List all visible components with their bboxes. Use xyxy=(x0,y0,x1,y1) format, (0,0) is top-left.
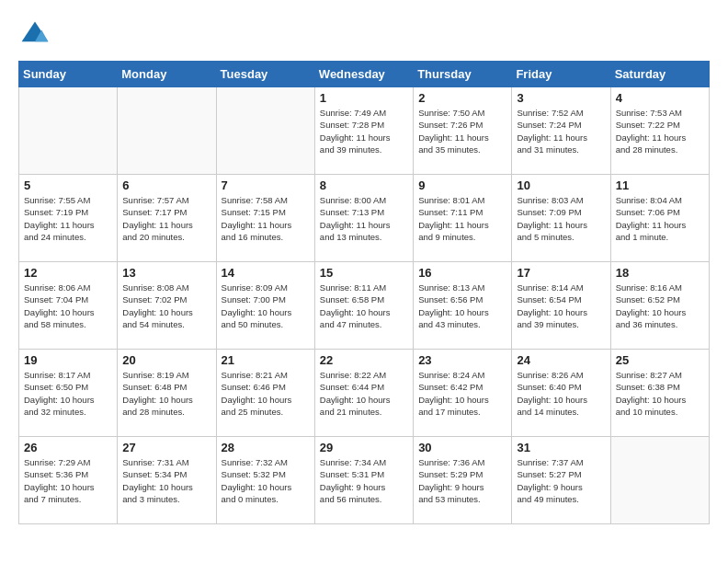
calendar-cell: 17Sunrise: 8:14 AM Sunset: 6:54 PM Dayli… xyxy=(512,262,610,350)
day-number: 10 xyxy=(517,178,605,192)
day-number: 22 xyxy=(320,353,408,367)
day-info: Sunrise: 8:19 AM Sunset: 6:48 PM Dayligh… xyxy=(122,369,210,418)
day-number: 31 xyxy=(517,441,605,454)
day-info: Sunrise: 8:21 AM Sunset: 6:46 PM Dayligh… xyxy=(222,369,310,418)
day-info: Sunrise: 8:01 AM Sunset: 7:11 PM Dayligh… xyxy=(418,194,506,243)
day-info: Sunrise: 7:57 AM Sunset: 7:17 PM Dayligh… xyxy=(122,194,210,243)
week-row-4: 19Sunrise: 8:17 AM Sunset: 6:50 PM Dayli… xyxy=(19,350,710,437)
calendar-cell xyxy=(216,87,314,175)
day-info: Sunrise: 7:55 AM Sunset: 7:19 PM Dayligh… xyxy=(24,194,112,243)
day-info: Sunrise: 7:49 AM Sunset: 7:28 PM Dayligh… xyxy=(320,107,408,155)
day-info: Sunrise: 7:52 AM Sunset: 7:24 PM Dayligh… xyxy=(517,107,605,155)
calendar-cell: 4Sunrise: 7:53 AM Sunset: 7:22 PM Daylig… xyxy=(610,87,709,175)
calendar-cell: 2Sunrise: 7:50 AM Sunset: 7:26 PM Daylig… xyxy=(414,87,512,175)
weekday-header-tuesday: Tuesday xyxy=(216,62,314,87)
day-info: Sunrise: 8:00 AM Sunset: 7:13 PM Dayligh… xyxy=(320,194,408,243)
day-number: 3 xyxy=(517,91,605,105)
weekday-header-wednesday: Wednesday xyxy=(314,62,413,87)
week-row-1: 1Sunrise: 7:49 AM Sunset: 7:28 PM Daylig… xyxy=(19,87,710,175)
calendar-cell: 26Sunrise: 7:29 AM Sunset: 5:36 PM Dayli… xyxy=(19,437,118,524)
day-info: Sunrise: 8:11 AM Sunset: 6:58 PM Dayligh… xyxy=(320,282,408,330)
day-info: Sunrise: 7:53 AM Sunset: 7:22 PM Dayligh… xyxy=(616,107,704,155)
calendar-cell: 19Sunrise: 8:17 AM Sunset: 6:50 PM Dayli… xyxy=(19,350,118,437)
calendar-cell: 22Sunrise: 8:22 AM Sunset: 6:44 PM Dayli… xyxy=(314,350,413,437)
calendar-cell: 21Sunrise: 8:21 AM Sunset: 6:46 PM Dayli… xyxy=(216,350,314,437)
day-number: 7 xyxy=(222,178,310,192)
calendar-cell: 12Sunrise: 8:06 AM Sunset: 7:04 PM Dayli… xyxy=(19,262,118,350)
calendar-cell: 5Sunrise: 7:55 AM Sunset: 7:19 PM Daylig… xyxy=(19,175,118,262)
day-number: 27 xyxy=(122,441,210,454)
day-info: Sunrise: 8:13 AM Sunset: 6:56 PM Dayligh… xyxy=(418,282,506,330)
calendar-cell: 31Sunrise: 7:37 AM Sunset: 5:27 PM Dayli… xyxy=(512,437,610,524)
day-info: Sunrise: 8:09 AM Sunset: 7:00 PM Dayligh… xyxy=(222,282,310,330)
day-info: Sunrise: 8:17 AM Sunset: 6:50 PM Dayligh… xyxy=(24,369,112,418)
calendar-cell: 25Sunrise: 8:27 AM Sunset: 6:38 PM Dayli… xyxy=(610,350,709,437)
calendar-cell: 6Sunrise: 7:57 AM Sunset: 7:17 PM Daylig… xyxy=(118,175,216,262)
calendar-cell: 28Sunrise: 7:32 AM Sunset: 5:32 PM Dayli… xyxy=(216,437,314,524)
calendar-cell: 10Sunrise: 8:03 AM Sunset: 7:09 PM Dayli… xyxy=(512,175,610,262)
day-number: 12 xyxy=(24,266,112,280)
calendar-cell xyxy=(19,87,118,175)
day-info: Sunrise: 7:37 AM Sunset: 5:27 PM Dayligh… xyxy=(517,456,605,505)
calendar-cell: 27Sunrise: 7:31 AM Sunset: 5:34 PM Dayli… xyxy=(118,437,216,524)
logo-icon xyxy=(18,18,51,52)
day-number: 21 xyxy=(222,353,310,367)
day-number: 25 xyxy=(616,353,704,367)
day-number: 30 xyxy=(418,441,506,454)
day-number: 17 xyxy=(517,266,605,280)
calendar-cell: 30Sunrise: 7:36 AM Sunset: 5:29 PM Dayli… xyxy=(414,437,512,524)
day-number: 19 xyxy=(24,353,112,367)
day-info: Sunrise: 8:03 AM Sunset: 7:09 PM Dayligh… xyxy=(517,194,605,243)
day-number: 4 xyxy=(616,91,704,105)
day-number: 28 xyxy=(222,441,310,454)
weekday-header-sunday: Sunday xyxy=(19,62,118,87)
day-number: 9 xyxy=(418,178,506,192)
day-number: 13 xyxy=(122,266,210,280)
calendar-cell: 13Sunrise: 8:08 AM Sunset: 7:02 PM Dayli… xyxy=(118,262,216,350)
day-info: Sunrise: 7:58 AM Sunset: 7:15 PM Dayligh… xyxy=(222,194,310,243)
calendar-cell: 3Sunrise: 7:52 AM Sunset: 7:24 PM Daylig… xyxy=(512,87,610,175)
calendar-cell: 18Sunrise: 8:16 AM Sunset: 6:52 PM Dayli… xyxy=(610,262,709,350)
day-number: 11 xyxy=(616,178,704,192)
day-number: 2 xyxy=(418,91,506,105)
calendar-cell: 7Sunrise: 7:58 AM Sunset: 7:15 PM Daylig… xyxy=(216,175,314,262)
day-number: 6 xyxy=(122,178,210,192)
weekday-header-thursday: Thursday xyxy=(414,62,512,87)
calendar-cell: 24Sunrise: 8:26 AM Sunset: 6:40 PM Dayli… xyxy=(512,350,610,437)
calendar-cell: 20Sunrise: 8:19 AM Sunset: 6:48 PM Dayli… xyxy=(118,350,216,437)
day-info: Sunrise: 8:04 AM Sunset: 7:06 PM Dayligh… xyxy=(616,194,704,243)
logo xyxy=(18,18,55,52)
week-row-3: 12Sunrise: 8:06 AM Sunset: 7:04 PM Dayli… xyxy=(19,262,710,350)
calendar-cell xyxy=(610,437,709,524)
page-header xyxy=(18,18,710,52)
week-row-5: 26Sunrise: 7:29 AM Sunset: 5:36 PM Dayli… xyxy=(19,437,710,524)
day-info: Sunrise: 7:29 AM Sunset: 5:36 PM Dayligh… xyxy=(24,456,112,505)
weekday-header-row: SundayMondayTuesdayWednesdayThursdayFrid… xyxy=(19,62,710,87)
day-number: 5 xyxy=(24,178,112,192)
calendar-cell: 15Sunrise: 8:11 AM Sunset: 6:58 PM Dayli… xyxy=(314,262,413,350)
day-number: 26 xyxy=(24,441,112,454)
day-info: Sunrise: 7:36 AM Sunset: 5:29 PM Dayligh… xyxy=(418,456,506,505)
day-info: Sunrise: 8:24 AM Sunset: 6:42 PM Dayligh… xyxy=(418,369,506,418)
day-number: 18 xyxy=(616,266,704,280)
day-number: 29 xyxy=(320,441,408,454)
weekday-header-saturday: Saturday xyxy=(610,62,709,87)
day-info: Sunrise: 8:08 AM Sunset: 7:02 PM Dayligh… xyxy=(122,282,210,330)
calendar-cell: 11Sunrise: 8:04 AM Sunset: 7:06 PM Dayli… xyxy=(610,175,709,262)
day-info: Sunrise: 8:26 AM Sunset: 6:40 PM Dayligh… xyxy=(517,369,605,418)
week-row-2: 5Sunrise: 7:55 AM Sunset: 7:19 PM Daylig… xyxy=(19,175,710,262)
day-info: Sunrise: 7:50 AM Sunset: 7:26 PM Dayligh… xyxy=(418,107,506,155)
calendar-cell: 23Sunrise: 8:24 AM Sunset: 6:42 PM Dayli… xyxy=(414,350,512,437)
day-info: Sunrise: 8:22 AM Sunset: 6:44 PM Dayligh… xyxy=(320,369,408,418)
weekday-header-friday: Friday xyxy=(512,62,610,87)
day-number: 14 xyxy=(222,266,310,280)
day-info: Sunrise: 7:31 AM Sunset: 5:34 PM Dayligh… xyxy=(122,456,210,505)
calendar-cell: 8Sunrise: 8:00 AM Sunset: 7:13 PM Daylig… xyxy=(314,175,413,262)
day-number: 23 xyxy=(418,353,506,367)
calendar-cell: 1Sunrise: 7:49 AM Sunset: 7:28 PM Daylig… xyxy=(314,87,413,175)
day-number: 15 xyxy=(320,266,408,280)
day-info: Sunrise: 8:27 AM Sunset: 6:38 PM Dayligh… xyxy=(616,369,704,418)
day-number: 1 xyxy=(320,91,408,105)
calendar-cell xyxy=(118,87,216,175)
day-info: Sunrise: 7:34 AM Sunset: 5:31 PM Dayligh… xyxy=(320,456,408,505)
